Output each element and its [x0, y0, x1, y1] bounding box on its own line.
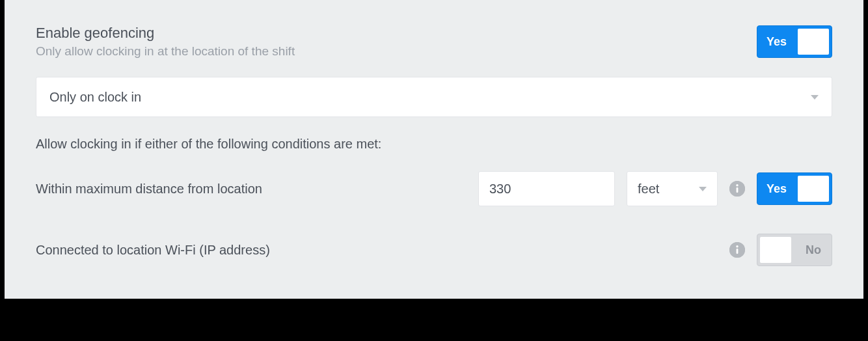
enable-geofencing-title: Enable geofencing — [36, 25, 757, 42]
wifi-toggle[interactable]: No — [757, 234, 832, 266]
toggle-label: No — [806, 243, 832, 257]
toggle-knob — [798, 176, 829, 202]
enable-geofencing-subtitle: Only allow clocking in at the location o… — [36, 44, 757, 59]
svg-rect-1 — [737, 187, 739, 193]
distance-unit-select[interactable]: feet — [627, 171, 718, 206]
svg-rect-4 — [737, 249, 739, 254]
wifi-label: Connected to location Wi-Fi (IP address) — [36, 243, 729, 258]
geofencing-mode-value: Only on clock in — [49, 90, 141, 105]
geofencing-settings-panel: Enable geofencing Only allow clocking in… — [5, 0, 863, 299]
toggle-label: Yes — [757, 35, 787, 49]
chevron-down-icon — [699, 187, 707, 191]
conditions-label: Allow clocking in if either of the follo… — [36, 137, 832, 152]
svg-point-2 — [736, 184, 738, 186]
max-distance-input[interactable] — [478, 171, 615, 206]
max-distance-label: Within maximum distance from location — [36, 182, 478, 197]
toggle-knob — [760, 237, 791, 263]
max-distance-controls: feet Yes — [478, 171, 832, 206]
toggle-knob — [798, 29, 829, 55]
toggle-label: Yes — [757, 182, 787, 196]
info-icon[interactable] — [729, 181, 745, 197]
enable-geofencing-toggle[interactable]: Yes — [757, 25, 832, 58]
wifi-controls: No — [729, 234, 832, 266]
max-distance-toggle[interactable]: Yes — [757, 172, 832, 205]
max-distance-row: Within maximum distance from location fe… — [36, 171, 832, 206]
info-icon[interactable] — [729, 242, 745, 258]
enable-geofencing-text: Enable geofencing Only allow clocking in… — [36, 25, 757, 59]
distance-unit-value: feet — [638, 182, 659, 197]
geofencing-mode-select[interactable]: Only on clock in — [36, 77, 832, 117]
svg-point-5 — [736, 245, 738, 247]
chevron-down-icon — [811, 95, 819, 100]
wifi-row: Connected to location Wi-Fi (IP address)… — [36, 234, 832, 266]
enable-geofencing-row: Enable geofencing Only allow clocking in… — [36, 25, 832, 59]
